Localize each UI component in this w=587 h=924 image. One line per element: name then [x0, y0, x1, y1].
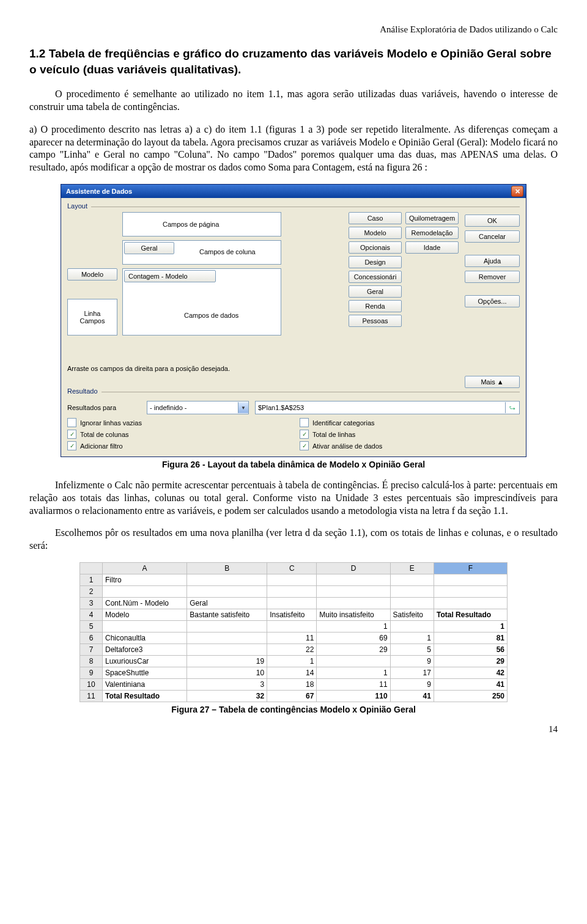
cell[interactable]: 14 [267, 667, 317, 679]
cell[interactable]: Total Resultado [434, 609, 507, 621]
options-button[interactable]: Opções... [465, 295, 520, 307]
column-header[interactable]: B [187, 563, 267, 574]
cell[interactable] [317, 574, 390, 586]
cell[interactable]: 1 [317, 621, 390, 632]
cell[interactable] [434, 586, 507, 598]
checkbox-icon[interactable]: ✓ [67, 441, 76, 450]
cell[interactable] [187, 644, 267, 656]
available-field[interactable]: Quilometragem [405, 212, 459, 224]
cell[interactable]: 41 [434, 679, 507, 691]
help-button[interactable]: Ajuda [465, 255, 520, 267]
remove-button[interactable]: Remover [465, 271, 520, 283]
chevron-down-icon[interactable]: ▼ [238, 402, 248, 413]
check-adicionar-filtro[interactable]: ✓ Adicionar filtro [67, 441, 287, 450]
zone-data-fields[interactable]: Contagem - Modelo Campos de dados [122, 268, 281, 336]
cell[interactable]: 22 [267, 644, 317, 656]
cell[interactable]: 9 [390, 656, 434, 667]
row-header[interactable]: 3 [80, 598, 103, 609]
zone-page-fields[interactable]: Campos de página [122, 212, 281, 237]
cell[interactable]: Satisfeito [390, 609, 434, 621]
sheet-corner[interactable] [80, 563, 103, 574]
checkbox-icon[interactable] [67, 418, 76, 427]
cell[interactable]: Cont.Núm - Modelo [103, 598, 187, 609]
close-icon[interactable]: ✕ [511, 186, 523, 197]
cell[interactable]: 11 [317, 679, 390, 691]
cell[interactable]: Muito insatisfeito [317, 609, 390, 621]
cell[interactable]: 17 [390, 667, 434, 679]
zone-row-fields[interactable]: Linha Campos [67, 299, 117, 336]
checkbox-icon[interactable] [300, 418, 309, 427]
available-field[interactable]: Remodelação [405, 227, 459, 239]
cell[interactable]: Bastante satisfeito [187, 609, 267, 621]
cell[interactable]: Geral [187, 598, 267, 609]
cell[interactable]: SpaceShuttle [103, 667, 187, 679]
cell[interactable] [317, 656, 390, 667]
check-total-colunas[interactable]: ✓ Total de colunas [67, 430, 287, 439]
cell[interactable]: 9 [390, 679, 434, 691]
cell[interactable] [103, 586, 187, 598]
available-field[interactable]: Renda [349, 300, 402, 312]
row-header[interactable]: 2 [80, 586, 103, 598]
row-header[interactable]: 8 [80, 656, 103, 667]
output-reference-input[interactable] [256, 404, 505, 411]
cell[interactable] [317, 586, 390, 598]
checkbox-icon[interactable]: ✓ [67, 430, 76, 439]
cell[interactable]: Modelo [103, 609, 187, 621]
cell[interactable]: 11 [267, 632, 317, 644]
cell[interactable] [434, 574, 507, 586]
cell[interactable]: 1 [267, 656, 317, 667]
cell[interactable]: LuxuriousCar [103, 656, 187, 667]
field-contagem-modelo[interactable]: Contagem - Modelo [124, 270, 216, 282]
cell[interactable]: Total Resultado [103, 691, 187, 702]
row-header[interactable]: 10 [80, 679, 103, 691]
row-header[interactable]: 1 [80, 574, 103, 586]
cell[interactable]: 1 [434, 621, 507, 632]
row-header[interactable]: 6 [80, 632, 103, 644]
checkbox-icon[interactable]: ✓ [300, 430, 309, 439]
cell[interactable] [267, 598, 317, 609]
cell[interactable]: Filtro [103, 574, 187, 586]
cell[interactable] [187, 586, 267, 598]
available-field[interactable]: Opcionais [349, 241, 402, 254]
available-field[interactable]: Pessoas [349, 315, 402, 327]
row-header[interactable]: 9 [80, 667, 103, 679]
shrink-reference-icon[interactable]: ⮑ [505, 402, 519, 413]
row-header[interactable]: 11 [80, 691, 103, 702]
cell[interactable]: 29 [434, 656, 507, 667]
cell[interactable]: 1 [390, 632, 434, 644]
cell[interactable]: 10 [187, 667, 267, 679]
cell[interactable]: 29 [317, 644, 390, 656]
checkbox-icon[interactable]: ✓ [300, 441, 309, 450]
cell[interactable] [434, 598, 507, 609]
field-geral[interactable]: Geral [124, 242, 174, 254]
cell[interactable] [187, 621, 267, 632]
cell[interactable]: Insatisfeito [267, 609, 317, 621]
cell[interactable] [390, 621, 434, 632]
output-reference[interactable]: ⮑ [255, 401, 520, 414]
column-header[interactable]: D [317, 563, 390, 574]
field-modelo[interactable]: Modelo [67, 268, 117, 280]
cell[interactable] [390, 598, 434, 609]
dialog-titlebar[interactable]: Assistente de Dados ✕ [61, 185, 526, 198]
available-field[interactable]: Modelo [349, 227, 402, 239]
cancel-button[interactable]: Cancelar [465, 230, 520, 243]
available-field[interactable]: Geral [349, 285, 402, 298]
cell[interactable]: 19 [187, 656, 267, 667]
column-header[interactable]: A [103, 563, 187, 574]
cell[interactable] [390, 574, 434, 586]
cell[interactable]: 3 [187, 679, 267, 691]
column-header[interactable]: E [390, 563, 434, 574]
cell[interactable]: 69 [317, 632, 390, 644]
check-ativar-analise[interactable]: ✓ Ativar análise de dados [300, 441, 520, 450]
cell[interactable]: 18 [267, 679, 317, 691]
more-button[interactable]: Mais ▲ [465, 376, 520, 388]
results-for-combo[interactable]: ▼ [147, 401, 249, 414]
cell[interactable]: 42 [434, 667, 507, 679]
cell[interactable] [317, 598, 390, 609]
check-ignorar-linhas[interactable]: Ignorar linhas vazias [67, 418, 287, 427]
cell[interactable] [390, 586, 434, 598]
ok-button[interactable]: OK [465, 215, 520, 227]
column-header[interactable]: F [434, 563, 507, 574]
available-field[interactable]: Concessionári [349, 271, 402, 283]
cell[interactable]: Chiconaultla [103, 632, 187, 644]
